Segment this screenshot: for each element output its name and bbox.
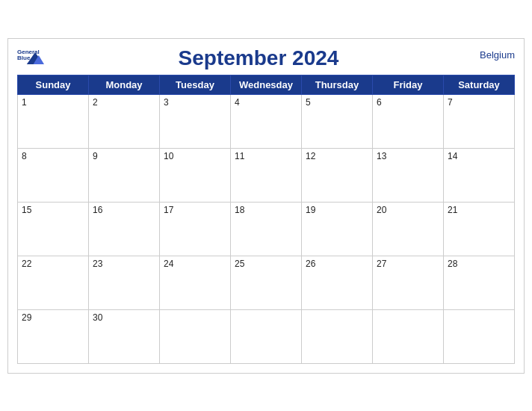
calendar-cell: 7 bbox=[444, 94, 515, 148]
date-number: 29 bbox=[22, 312, 31, 323]
date-number: 16 bbox=[93, 205, 102, 215]
date-number: 8 bbox=[22, 151, 27, 161]
calendar-cell: 16 bbox=[89, 202, 160, 256]
date-number: 7 bbox=[448, 97, 453, 108]
header-thursday: Thursday bbox=[302, 75, 373, 94]
date-number: 6 bbox=[377, 97, 382, 108]
calendar-cell: 14 bbox=[444, 148, 515, 202]
calendar-container: General Blue September 2024 Belgium Sund… bbox=[7, 38, 525, 374]
calendar-cell: 29 bbox=[18, 309, 89, 363]
header-friday: Friday bbox=[373, 75, 444, 94]
header-monday: Monday bbox=[89, 75, 160, 94]
svg-text:Blue: Blue bbox=[17, 55, 31, 61]
date-number: 9 bbox=[93, 151, 98, 161]
calendar-cell: 6 bbox=[373, 94, 444, 148]
calendar-cell: 22 bbox=[18, 256, 89, 309]
calendar-cell bbox=[302, 309, 373, 363]
calendar-cell: 21 bbox=[444, 202, 515, 256]
date-number: 27 bbox=[377, 259, 386, 269]
date-number: 10 bbox=[164, 151, 173, 161]
calendar-cell: 27 bbox=[373, 256, 444, 309]
calendar-cell: 1 bbox=[18, 94, 89, 148]
calendar-cell: 24 bbox=[160, 256, 231, 309]
calendar-cell bbox=[444, 309, 515, 363]
week-row-2: 891011121314 bbox=[18, 148, 515, 202]
date-number: 30 bbox=[93, 312, 102, 323]
days-header-row: Sunday Monday Tuesday Wednesday Thursday… bbox=[18, 75, 515, 94]
calendar-cell: 25 bbox=[231, 256, 302, 309]
date-number: 28 bbox=[448, 259, 457, 269]
calendar-cell: 26 bbox=[302, 256, 373, 309]
week-row-5: 2930 bbox=[18, 309, 515, 363]
logo-area: General Blue bbox=[17, 46, 47, 67]
calendar-cell: 8 bbox=[18, 148, 89, 202]
date-number: 17 bbox=[164, 205, 173, 215]
calendar-cell: 13 bbox=[373, 148, 444, 202]
week-row-3: 15161718192021 bbox=[18, 202, 515, 256]
date-number: 15 bbox=[22, 205, 31, 215]
date-number: 26 bbox=[306, 259, 315, 269]
date-number: 2 bbox=[93, 97, 98, 108]
calendar-cell: 4 bbox=[231, 94, 302, 148]
week-row-1: 1234567 bbox=[18, 94, 515, 148]
calendar-cell: 11 bbox=[231, 148, 302, 202]
month-title: September 2024 bbox=[47, 46, 470, 70]
calendar-table: Sunday Monday Tuesday Wednesday Thursday… bbox=[17, 75, 515, 364]
calendar-cell: 23 bbox=[89, 256, 160, 309]
date-number: 5 bbox=[306, 97, 311, 108]
calendar-cell: 12 bbox=[302, 148, 373, 202]
header-sunday: Sunday bbox=[18, 75, 89, 94]
calendar-cell: 2 bbox=[89, 94, 160, 148]
calendar-cell bbox=[160, 309, 231, 363]
calendar-cell: 10 bbox=[160, 148, 231, 202]
calendar-cell: 5 bbox=[302, 94, 373, 148]
date-number: 23 bbox=[93, 259, 102, 269]
date-number: 11 bbox=[235, 151, 244, 161]
calendar-cell: 20 bbox=[373, 202, 444, 256]
header-tuesday: Tuesday bbox=[160, 75, 231, 94]
calendar-cell bbox=[231, 309, 302, 363]
date-number: 22 bbox=[22, 259, 31, 269]
calendar-cell: 15 bbox=[18, 202, 89, 256]
calendar-header: General Blue September 2024 Belgium bbox=[17, 46, 515, 70]
calendar-cell: 28 bbox=[444, 256, 515, 309]
calendar-cell: 30 bbox=[89, 309, 160, 363]
date-number: 25 bbox=[235, 259, 244, 269]
date-number: 4 bbox=[235, 97, 240, 108]
date-number: 12 bbox=[306, 151, 315, 161]
date-number: 3 bbox=[164, 97, 169, 108]
header-wednesday: Wednesday bbox=[231, 75, 302, 94]
country-label: Belgium bbox=[470, 46, 515, 61]
date-number: 24 bbox=[164, 259, 173, 269]
calendar-cell: 3 bbox=[160, 94, 231, 148]
date-number: 20 bbox=[377, 205, 386, 215]
date-number: 14 bbox=[448, 151, 457, 161]
calendar-cell: 9 bbox=[89, 148, 160, 202]
week-row-4: 22232425262728 bbox=[18, 256, 515, 309]
calendar-cell: 18 bbox=[231, 202, 302, 256]
calendar-cell: 17 bbox=[160, 202, 231, 256]
calendar-cell: 19 bbox=[302, 202, 373, 256]
date-number: 21 bbox=[448, 205, 457, 215]
date-number: 13 bbox=[377, 151, 386, 161]
date-number: 1 bbox=[22, 97, 27, 108]
date-number: 19 bbox=[306, 205, 315, 215]
date-number: 18 bbox=[235, 205, 244, 215]
logo-icon: General Blue bbox=[17, 46, 47, 67]
header-saturday: Saturday bbox=[444, 75, 515, 94]
calendar-cell bbox=[373, 309, 444, 363]
